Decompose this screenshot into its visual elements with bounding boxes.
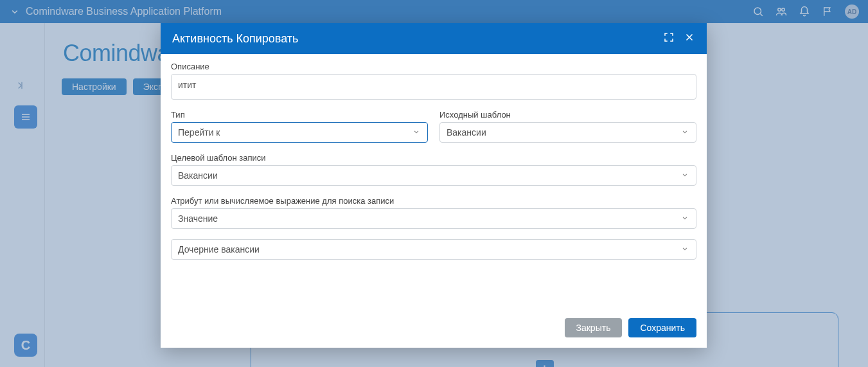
close-button[interactable]: Закрыть: [565, 318, 623, 337]
chevron-down-icon: [680, 213, 689, 224]
modal-footer: Закрыть Сохранить: [161, 310, 707, 348]
field-description: Описание итит: [171, 62, 696, 100]
field-type: Тип Перейти к: [171, 110, 428, 143]
chevron-down-icon: [680, 170, 689, 181]
field-attribute-expr: Атрибут или вычисляемое выражение для по…: [171, 196, 696, 229]
modal-title: Активность Копировать: [172, 32, 298, 46]
description-label: Описание: [171, 62, 696, 71]
type-value: Перейти к: [178, 127, 220, 138]
chevron-down-icon: [680, 127, 689, 138]
extra-select[interactable]: Дочерние вакансии: [171, 239, 696, 260]
source-template-label: Исходный шаблон: [439, 110, 696, 120]
modal-dialog: Активность Копировать Описание итит Тип …: [161, 23, 707, 348]
target-template-label: Целевой шаблон записи: [171, 153, 696, 163]
close-icon[interactable]: [684, 31, 695, 46]
chevron-down-icon: [680, 244, 689, 255]
target-template-value: Вакансии: [178, 170, 218, 181]
source-template-value: Вакансии: [447, 127, 486, 138]
field-target-template: Целевой шаблон записи Вакансии: [171, 153, 696, 186]
target-template-select[interactable]: Вакансии: [171, 165, 696, 186]
field-source-template: Исходный шаблон Вакансии: [439, 110, 696, 143]
description-input[interactable]: итит: [171, 74, 696, 100]
chevron-down-icon: [412, 127, 421, 138]
description-value: итит: [178, 80, 196, 90]
modal-header: Активность Копировать: [161, 23, 707, 54]
attribute-expr-value: Значение: [178, 213, 218, 224]
extra-select-value: Дочерние вакансии: [178, 244, 260, 255]
type-select[interactable]: Перейти к: [171, 122, 428, 143]
attribute-expr-label: Атрибут или вычисляемое выражение для по…: [171, 196, 696, 206]
modal-body: Описание итит Тип Перейти к Исходный шаб…: [161, 54, 707, 310]
source-template-select[interactable]: Вакансии: [439, 122, 696, 143]
type-label: Тип: [171, 110, 428, 120]
expand-icon[interactable]: [663, 31, 675, 46]
attribute-expr-select[interactable]: Значение: [171, 208, 696, 229]
save-button[interactable]: Сохранить: [628, 318, 696, 337]
